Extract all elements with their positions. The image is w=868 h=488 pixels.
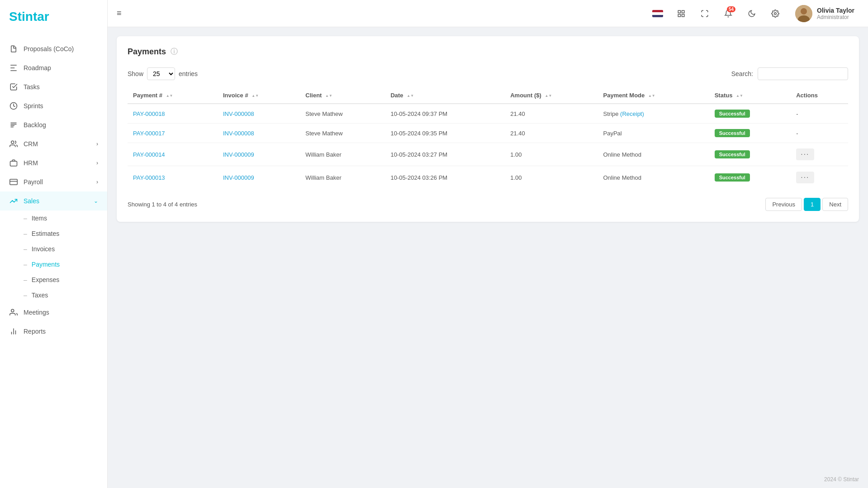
col-client: Client ▲▼: [300, 87, 385, 104]
cell-status: Successful: [709, 143, 791, 166]
sort-icon: ▲▼: [166, 94, 173, 98]
sidebar-item-roadmap[interactable]: Roadmap: [0, 58, 107, 77]
sidebar-item-reports[interactable]: Reports: [0, 322, 107, 341]
svg-point-11: [774, 12, 777, 14]
col-payment-num: Payment # ▲▼: [128, 87, 218, 104]
action-menu-button[interactable]: ···: [796, 172, 814, 183]
sidebar-item-hrm[interactable]: HRM ›: [0, 153, 107, 172]
status-badge: Successful: [715, 150, 750, 158]
language-selector[interactable]: [650, 5, 666, 22]
entries-select[interactable]: 25 10 50 100: [147, 67, 175, 80]
previous-button[interactable]: Previous: [765, 198, 802, 211]
action-menu-button[interactable]: ···: [796, 148, 814, 160]
logo-text: Stintar: [9, 8, 59, 28]
cell-date: 10-05-2024 09:35 PM: [385, 124, 505, 143]
status-badge: Successful: [715, 173, 750, 182]
cell-amount: 21.40: [505, 124, 598, 143]
showing-text: Showing 1 to 4 of 4 entries: [128, 201, 197, 208]
cell-payment-num: PAY-000013: [128, 166, 218, 189]
sidebar-item-label: Backlog: [24, 121, 46, 129]
sidebar-item-meetings[interactable]: Meetings: [0, 303, 107, 322]
menu-toggle-icon[interactable]: ≡: [117, 9, 122, 18]
receipt-link[interactable]: (Receipt): [620, 110, 644, 117]
status-badge: Successful: [715, 129, 750, 137]
col-payment-mode: Payment Mode ▲▼: [598, 87, 709, 104]
user-role: Administrator: [817, 14, 854, 20]
payment-num-link[interactable]: PAY-000013: [133, 174, 165, 181]
cell-actions: -: [791, 124, 848, 143]
payment-num-link[interactable]: PAY-000017: [133, 130, 165, 137]
settings-button[interactable]: [767, 5, 783, 22]
cell-payment-num: PAY-000018: [128, 104, 218, 124]
reports-icon: [9, 327, 18, 336]
sidebar-item-tasks[interactable]: Tasks: [0, 77, 107, 96]
sidebar-sub-payments[interactable]: Payments: [0, 257, 107, 272]
sidebar: Stintar Proposals (CoCo) Roadmap Tasks: [0, 0, 108, 488]
sidebar-sub-expenses[interactable]: Expenses: [0, 272, 107, 287]
invoice-num-link[interactable]: INV-000008: [223, 130, 254, 137]
sidebar-item-label: HRM: [24, 159, 38, 167]
next-button[interactable]: Next: [822, 198, 848, 211]
svg-point-13: [801, 8, 807, 14]
chevron-right-icon: ›: [96, 160, 98, 166]
cell-payment-mode: Online Method: [598, 143, 709, 166]
cell-invoice-num: INV-000009: [218, 143, 300, 166]
status-badge: Successful: [715, 110, 750, 118]
table-row: PAY-000013INV-000009William Baker10-05-2…: [128, 166, 848, 189]
show-entries: Show 25 10 50 100 entries: [128, 67, 198, 80]
page-1-button[interactable]: 1: [804, 198, 821, 211]
sidebar-item-label: Proposals (CoCo): [24, 45, 74, 53]
content-area: Payments ⓘ Show 25 10 50 100 entries Sea…: [108, 27, 868, 471]
dark-mode-button[interactable]: [744, 5, 760, 22]
sidebar-item-sprints[interactable]: Sprints: [0, 96, 107, 115]
document-icon: [9, 44, 18, 53]
svg-rect-8: [682, 10, 684, 13]
invoice-num-link[interactable]: INV-000009: [223, 151, 254, 158]
sprints-icon: [9, 101, 18, 110]
payment-num-link[interactable]: PAY-000018: [133, 110, 165, 117]
sidebar-item-sales[interactable]: Sales ⌄: [0, 191, 107, 211]
svg-rect-7: [678, 10, 680, 13]
page-card: Payments ⓘ Show 25 10 50 100 entries Sea…: [117, 36, 859, 222]
col-amount: Amount ($) ▲▼: [505, 87, 598, 104]
cell-amount: 21.40: [505, 104, 598, 124]
cell-actions: ···: [791, 143, 848, 166]
info-icon[interactable]: ⓘ: [171, 47, 178, 57]
payment-num-link[interactable]: PAY-000014: [133, 151, 165, 158]
hrm-icon: [9, 158, 18, 167]
user-profile[interactable]: Olivia Taylor Administrator: [791, 3, 859, 24]
sidebar-sub-items[interactable]: Items: [0, 211, 107, 226]
sidebar-sub-invoices[interactable]: Invoices: [0, 241, 107, 257]
notification-badge: 54: [727, 6, 735, 12]
cell-client: William Baker: [300, 143, 385, 166]
footer-text: 2024 © Stintar: [824, 476, 859, 483]
search-input[interactable]: [758, 67, 848, 80]
sidebar-item-label: Reports: [24, 328, 46, 335]
expand-icon: [701, 10, 709, 18]
cell-date: 10-05-2024 03:26 PM: [385, 166, 505, 189]
sidebar-item-backlog[interactable]: Backlog: [0, 115, 107, 134]
invoice-num-link[interactable]: INV-000009: [223, 174, 254, 181]
sidebar-item-label: Payroll: [24, 178, 43, 186]
show-label: Show: [128, 70, 143, 77]
sidebar-item-payroll[interactable]: Payroll ›: [0, 172, 107, 191]
svg-text:Stintar: Stintar: [9, 10, 49, 24]
col-status: Status ▲▼: [709, 87, 791, 104]
search-label: Search:: [731, 70, 753, 77]
sidebar-sub-estimates[interactable]: Estimates: [0, 226, 107, 241]
sort-icon: ▲▼: [545, 94, 552, 98]
sidebar-item-label: CRM: [24, 140, 38, 148]
svg-rect-4: [10, 179, 18, 185]
expand-icon-button[interactable]: [697, 5, 713, 22]
cell-payment-num: PAY-000014: [128, 143, 218, 166]
invoice-num-link[interactable]: INV-000008: [223, 110, 254, 117]
cell-status: Successful: [709, 104, 791, 124]
payments-table: Payment # ▲▼ Invoice # ▲▼ Client ▲▼ Da: [128, 87, 848, 189]
footer: 2024 © Stintar: [108, 471, 868, 488]
notifications-button[interactable]: 54: [720, 5, 736, 22]
sidebar-item-crm[interactable]: CRM ›: [0, 134, 107, 153]
sidebar-item-proposals[interactable]: Proposals (CoCo): [0, 39, 107, 58]
svg-rect-3: [10, 161, 17, 166]
sidebar-sub-taxes[interactable]: Taxes: [0, 287, 107, 303]
apps-icon-button[interactable]: [673, 5, 689, 22]
